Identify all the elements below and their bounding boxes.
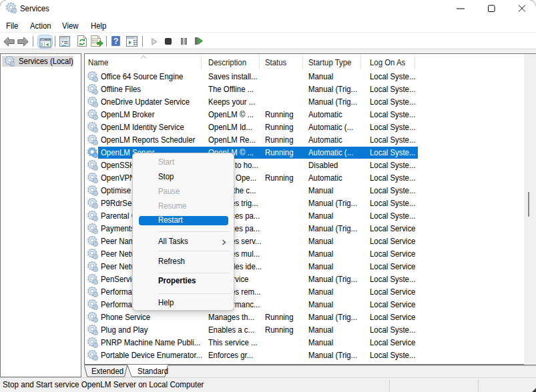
svg-text:?: ? [113, 37, 119, 46]
svg-text:Standard: Standard [138, 367, 168, 375]
svg-text:Extended: Extended [91, 367, 123, 375]
